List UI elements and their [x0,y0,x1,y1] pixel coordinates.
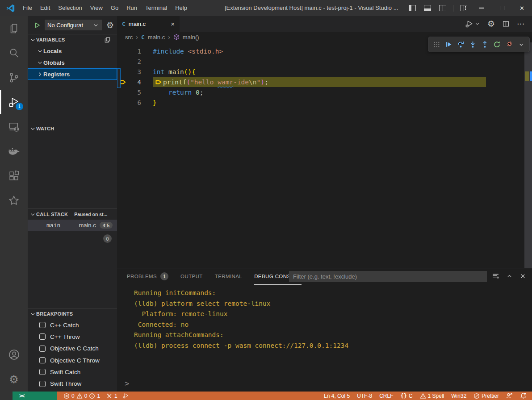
formatter-status[interactable]: Prettier [473,393,499,399]
toggle-secondary-sidebar-icon[interactable] [439,5,446,11]
overview-ruler[interactable] [524,42,532,268]
spell-checker-status[interactable]: 1 Spell [420,393,444,399]
feedback-button[interactable] [506,392,513,399]
console-prompt-chevron[interactable]: > [125,379,129,388]
sidebar-item-extensions[interactable] [0,163,28,188]
menu-terminal[interactable]: Terminal [141,0,171,16]
breakpoint-row[interactable]: C++ Catch [28,319,117,331]
split-editor-icon[interactable] [502,20,510,28]
code-line-3[interactable]: 3int main(){ [117,67,532,77]
breakpoint-row[interactable]: Swift Catch [28,366,117,378]
start-debugging-icon[interactable] [34,22,41,29]
debug-configuration-select[interactable]: No Configurat [45,20,102,30]
breakpoints-header[interactable]: BREAKPOINTS [28,308,117,319]
tab-main-c[interactable]: C main.c × [117,16,180,32]
code-editor[interactable]: 1#include <stdio.h>23int main(){4printf(… [117,42,532,268]
more-actions-icon[interactable]: ⋯ [517,19,525,29]
stack-frame-row[interactable]: main main.c 4:5 [28,220,117,231]
close-panel-icon[interactable] [519,273,526,279]
variables-item-locals[interactable]: Locals [28,45,117,57]
toggle-panel-icon[interactable] [424,5,431,11]
sidebar-item-remote-explorer[interactable] [0,114,28,139]
chevron-down-icon[interactable] [517,41,525,49]
code-line-2[interactable]: 2 [117,56,532,67]
current-stack-frame-icon [155,79,162,86]
code-line-4[interactable]: 4printf("hello wamr-ide\n"); [117,77,532,87]
notifications-button[interactable] [520,392,527,399]
settings-gear-icon[interactable]: ⚙ [487,20,495,28]
sidebar-item-source-control[interactable] [0,65,28,90]
sidebar-item-star-extension[interactable] [0,188,28,212]
sidebar-item-run-and-debug[interactable]: 1 [0,90,28,114]
watch-header[interactable]: WATCH [28,123,117,134]
restart-button[interactable] [493,41,501,49]
toggle-sidebar-icon[interactable] [409,5,416,11]
copy-value-icon[interactable] [104,37,111,43]
accounts-button[interactable] [0,342,28,367]
code-line-6[interactable]: 6} [117,97,532,108]
statusbar-right: Ln 4, Col 5 UTF-8 CRLF {} C 1 Spell Win3… [317,392,532,399]
panel-tab-output[interactable]: OUTPUT [180,268,203,285]
minimize-button[interactable] [472,0,492,16]
step-into-button[interactable] [469,41,477,49]
breakpoint-checkbox[interactable] [39,333,46,340]
step-over-button[interactable] [457,41,465,49]
breakpoint-checkbox[interactable] [39,346,46,352]
panel-tab-terminal[interactable]: TERMINAL [215,268,242,285]
debug-status-icon-item[interactable] [122,392,129,399]
maximize-button[interactable] [492,0,512,16]
sidebar-item-docker[interactable] [0,139,28,163]
debug-console-output[interactable]: Running initCommands:(lldb) platform sel… [117,285,532,351]
breakpoint-checkbox[interactable] [39,369,46,375]
code-line-5[interactable]: 5 return 0; [117,87,532,97]
configure-gear-icon[interactable]: ⚙ [106,21,116,29]
variables-item-registers[interactable]: Registers [28,68,117,80]
breakpoint-row[interactable]: Objective C Throw [28,354,117,366]
toolbar-gripper[interactable] [432,41,440,49]
breakpoint-checkbox[interactable] [39,322,46,328]
menu-view[interactable]: View [86,0,107,16]
tab-close-icon[interactable]: × [171,20,175,28]
breakpoint-row[interactable]: Objective C Catch [28,343,117,354]
run-or-debug-button[interactable] [465,20,480,28]
menu-run[interactable]: Run [122,0,141,16]
encoding[interactable]: UTF-8 [357,393,372,399]
maximize-panel-icon[interactable] [506,273,513,279]
call-stack-header[interactable]: CALL STACK Paused on st... [28,209,117,220]
menu-go[interactable]: Go [107,0,122,16]
sidebar-item-explorer[interactable] [0,16,28,41]
clear-console-icon[interactable] [492,272,499,280]
console-filter-input[interactable] [289,271,487,282]
remote-indicator[interactable]: >< [13,392,57,400]
variables-item-globals[interactable]: Globals [28,57,117,68]
disconnect-button[interactable] [505,41,513,49]
breadcrumb-symbol[interactable]: main() [183,34,199,41]
step-out-button[interactable] [481,41,489,49]
sidebar-item-search[interactable] [0,41,28,65]
breakpoint-checkbox[interactable] [39,381,46,387]
toolchain-status[interactable]: 1 [106,393,117,399]
continue-button[interactable] [444,41,452,49]
problems-status[interactable]: 0 0 1 [63,393,100,399]
variables-header[interactable]: VARIABLES [28,34,117,45]
menu-edit[interactable]: Edit [36,0,54,16]
menu-help[interactable]: Help [171,0,191,16]
menu-file[interactable]: File [19,0,36,16]
customize-layout-icon[interactable] [461,5,467,11]
breakpoint-row[interactable]: Swift Throw [28,378,117,389]
variables-section: VARIABLES LocalsGlobalsRegisters [28,34,117,123]
cursor-position[interactable]: Ln 4, Col 5 [324,393,350,399]
menu-selection[interactable]: Selection [54,0,86,16]
manage-button[interactable]: ⚙ [0,367,28,392]
remote-explorer-icon [8,121,20,133]
current-line-marker [525,71,529,81]
eol-sequence[interactable]: CRLF [379,393,393,399]
close-button[interactable]: ✕ [512,0,532,16]
language-mode[interactable]: {} C [400,393,412,399]
panel-tab-problems[interactable]: PROBLEMS1 [127,268,168,285]
breakpoint-row[interactable]: C++ Throw [28,331,117,342]
breadcrumb-file[interactable]: main.c [148,34,165,41]
breakpoint-checkbox[interactable] [39,357,46,363]
platform-target[interactable]: Win32 [451,393,466,399]
breadcrumb-folder[interactable]: src [125,34,133,41]
